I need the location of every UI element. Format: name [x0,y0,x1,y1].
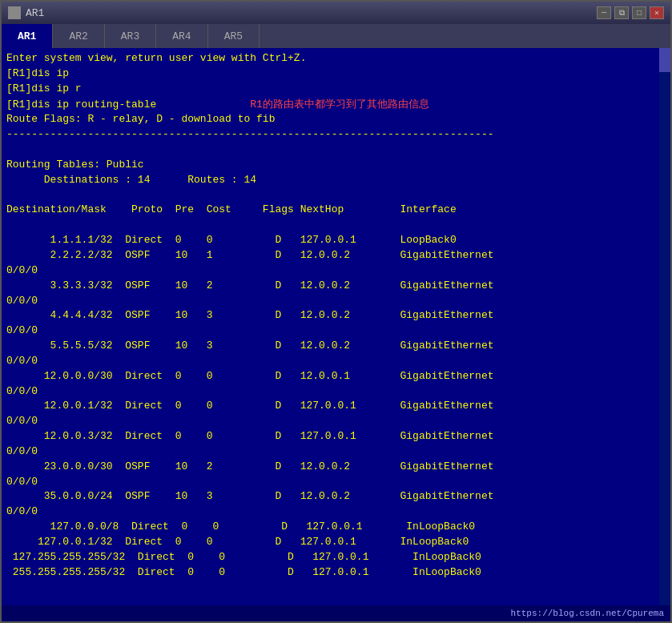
window-title: AR1 [26,7,44,19]
tabs-bar: AR1 AR2 AR3 AR4 AR5 [2,24,670,48]
terminal-line: 0/0/0 [6,354,653,369]
terminal-line: 127.0.0.1/32 Direct 0 0 D 127.0.0.1 InLo… [6,535,653,550]
terminal-line: 3.3.3.3/32 OSPF 10 2 D 12.0.0.2 GigabitE… [6,279,653,294]
tab-ar4[interactable]: AR4 [156,24,207,48]
terminal-line: 127.0.0.0/8 Direct 0 0 D 127.0.0.1 InLoo… [6,520,653,535]
terminal-line: 35.0.0.0/24 OSPF 10 3 D 12.0.0.2 Gigabit… [6,489,653,504]
terminal-line: 0/0/0 [6,263,653,279]
terminal-line: 23.0.0.0/30 OSPF 10 2 D 12.0.0.2 Gigabit… [6,460,653,475]
terminal-line [6,143,653,158]
terminal-line: Routing Tables: Public [6,158,653,173]
terminal-line: 255.255.255.255/32 Direct 0 0 D 127.0.0.… [6,565,653,581]
scrollbar-thumb[interactable] [659,48,670,72]
terminal-line: [R1]dis ip [6,66,653,82]
terminal-line: 0/0/0 [6,504,653,520]
tab-ar5[interactable]: AR5 [208,24,260,48]
restore-button[interactable]: ⧉ [614,6,629,19]
close-button[interactable]: ✕ [650,6,664,19]
title-bar-left: AR1 [8,6,44,19]
terminal-line: Enter system view, return user view with… [6,51,653,66]
terminal-line: 0/0/0 [6,475,653,490]
tab-ar1[interactable]: AR1 [2,24,53,48]
tab-ar2[interactable]: AR2 [53,24,104,48]
terminal-line: Destination/Mask Proto Pre Cost Flags Ne… [6,203,653,218]
terminal-line: 127.255.255.255/32 Direct 0 0 D 127.0.0.… [6,550,653,565]
maximize-button[interactable]: □ [632,6,646,19]
main-window: AR1 ─ ⧉ □ ✕ AR1 AR2 AR3 AR4 AR5 Enter sy… [0,0,672,623]
terminal-line: 0/0/0 [6,384,653,400]
footer-bar: https://blog.csdn.net/Cpurema [2,605,670,621]
terminal-line: ----------------------------------------… [6,127,653,143]
terminal-line: 12.0.0.1/32 Direct 0 0 D 127.0.0.1 Gigab… [6,399,653,414]
terminal-line: 12.0.0.3/32 Direct 0 0 D 127.0.0.1 Gigab… [6,429,653,444]
terminal-line: 1.1.1.1/32 Direct 0 0 D 127.0.0.1 LoopBa… [6,233,653,248]
terminal-line: [R1]dis ip r [6,82,653,97]
title-bar: AR1 ─ ⧉ □ ✕ [2,2,670,24]
terminal-line: 0/0/0 [6,414,653,429]
footer-link: https://blog.csdn.net/Cpurema [511,609,664,618]
terminal-line: Route Flags: R - relay, D - download to … [6,112,653,127]
terminal-content: Enter system view, return user view with… [6,51,666,581]
terminal-line [6,218,653,233]
terminal-line: 0/0/0 [6,294,653,309]
terminal-line [6,188,653,203]
minimize-button[interactable]: ─ [597,6,611,19]
terminal-line: 4.4.4.4/32 OSPF 10 3 D 12.0.0.2 GigabitE… [6,308,653,324]
window-controls: ─ ⧉ □ ✕ [597,6,664,19]
terminal-area[interactable]: Enter system view, return user view with… [2,48,670,605]
terminal-line: 5.5.5.5/32 OSPF 10 3 D 12.0.0.2 GigabitE… [6,339,653,354]
terminal-line: 12.0.0.0/30 Direct 0 0 D 12.0.0.1 Gigabi… [6,369,653,384]
scrollbar[interactable] [659,48,670,605]
terminal-line: [R1]dis ip routing-table [6,98,250,113]
tab-ar3[interactable]: AR3 [105,24,156,48]
terminal-line: 2.2.2.2/32 OSPF 10 1 D 12.0.0.2 GigabitE… [6,248,653,263]
terminal-line: 0/0/0 [6,324,653,339]
annotation-text: R1的路由表中都学习到了其他路由信息 [250,97,429,111]
terminal-line-with-annotation: [R1]dis ip routing-table R1的路由表中都学习到了其他路… [6,97,653,113]
terminal-line: Destinations : 14 Routes : 14 [6,173,653,188]
terminal-line: 0/0/0 [6,444,653,460]
app-icon [8,6,21,19]
